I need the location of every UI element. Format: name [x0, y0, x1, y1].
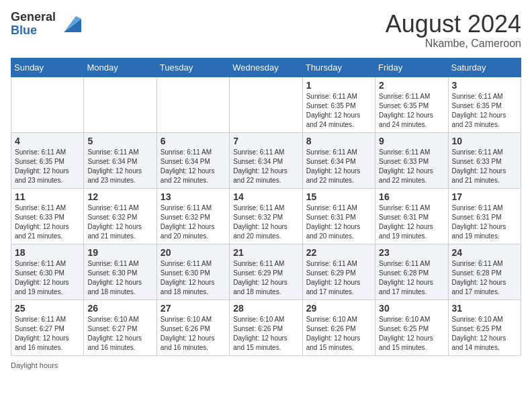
day-number: 22	[306, 247, 371, 258]
day-info: Sunrise: 6:11 AM Sunset: 6:35 PM Dayligh…	[15, 148, 80, 185]
day-number: 30	[379, 303, 444, 314]
day-info: Sunrise: 6:11 AM Sunset: 6:35 PM Dayligh…	[452, 92, 517, 130]
calendar-cell	[11, 77, 84, 132]
calendar-cell: 16Sunrise: 6:11 AM Sunset: 6:31 PM Dayli…	[375, 188, 448, 244]
calendar-cell: 14Sunrise: 6:11 AM Sunset: 6:32 PM Dayli…	[230, 188, 302, 244]
calendar-cell: 19Sunrise: 6:11 AM Sunset: 6:30 PM Dayli…	[84, 244, 157, 300]
calendar-cell: 7Sunrise: 6:11 AM Sunset: 6:34 PM Daylig…	[230, 132, 302, 188]
calendar-cell	[84, 77, 157, 132]
day-number: 18	[15, 247, 80, 258]
day-number: 6	[161, 136, 226, 146]
day-info: Sunrise: 6:10 AM Sunset: 6:27 PM Dayligh…	[87, 315, 152, 353]
calendar-header-row: SundayMondayTuesdayWednesdayThursdayFrid…	[11, 58, 521, 77]
day-info: Sunrise: 6:11 AM Sunset: 6:34 PM Dayligh…	[87, 148, 152, 185]
day-info: Sunrise: 6:11 AM Sunset: 6:32 PM Dayligh…	[87, 203, 152, 241]
day-number: 11	[15, 191, 80, 202]
day-number: 27	[161, 303, 226, 314]
day-number: 10	[452, 136, 517, 146]
day-info: Sunrise: 6:11 AM Sunset: 6:31 PM Dayligh…	[379, 203, 444, 241]
calendar-cell: 13Sunrise: 6:11 AM Sunset: 6:32 PM Dayli…	[157, 188, 229, 244]
day-number: 4	[15, 136, 80, 146]
day-info: Sunrise: 6:11 AM Sunset: 6:27 PM Dayligh…	[15, 315, 80, 353]
day-number: 26	[87, 303, 152, 314]
calendar-footer: Daylight hours	[11, 361, 521, 369]
calendar-cell: 24Sunrise: 6:11 AM Sunset: 6:28 PM Dayli…	[448, 244, 521, 300]
day-number: 1	[306, 80, 371, 91]
col-header-tuesday: Tuesday	[157, 58, 229, 77]
calendar-cell: 2Sunrise: 6:11 AM Sunset: 6:35 PM Daylig…	[375, 77, 448, 132]
day-info: Sunrise: 6:10 AM Sunset: 6:26 PM Dayligh…	[233, 315, 298, 353]
calendar-cell: 5Sunrise: 6:11 AM Sunset: 6:34 PM Daylig…	[84, 132, 157, 188]
calendar-cell	[230, 77, 302, 132]
day-number: 8	[306, 136, 371, 146]
day-info: Sunrise: 6:11 AM Sunset: 6:33 PM Dayligh…	[379, 148, 444, 185]
logo-icon	[57, 12, 81, 36]
day-number: 2	[379, 80, 444, 91]
calendar-cell: 26Sunrise: 6:10 AM Sunset: 6:27 PM Dayli…	[84, 300, 157, 355]
calendar-cell: 21Sunrise: 6:11 AM Sunset: 6:29 PM Dayli…	[230, 244, 302, 300]
calendar-cell: 30Sunrise: 6:10 AM Sunset: 6:25 PM Dayli…	[375, 300, 448, 355]
calendar-cell: 15Sunrise: 6:11 AM Sunset: 6:31 PM Dayli…	[302, 188, 375, 244]
day-info: Sunrise: 6:11 AM Sunset: 6:31 PM Dayligh…	[452, 203, 517, 241]
day-number: 31	[452, 303, 517, 314]
calendar-cell: 10Sunrise: 6:11 AM Sunset: 6:33 PM Dayli…	[448, 132, 521, 188]
calendar-cell: 27Sunrise: 6:10 AM Sunset: 6:26 PM Dayli…	[157, 300, 229, 355]
calendar-cell: 28Sunrise: 6:10 AM Sunset: 6:26 PM Dayli…	[230, 300, 302, 355]
day-info: Sunrise: 6:11 AM Sunset: 6:33 PM Dayligh…	[15, 203, 80, 241]
day-info: Sunrise: 6:11 AM Sunset: 6:28 PM Dayligh…	[452, 259, 517, 297]
day-info: Sunrise: 6:10 AM Sunset: 6:26 PM Dayligh…	[306, 315, 371, 353]
col-header-monday: Monday	[84, 58, 157, 77]
day-number: 17	[452, 191, 517, 202]
day-info: Sunrise: 6:11 AM Sunset: 6:29 PM Dayligh…	[233, 259, 298, 297]
day-info: Sunrise: 6:11 AM Sunset: 6:32 PM Dayligh…	[233, 203, 298, 241]
calendar-cell: 25Sunrise: 6:11 AM Sunset: 6:27 PM Dayli…	[11, 300, 84, 355]
day-number: 16	[379, 191, 444, 202]
calendar-cell: 20Sunrise: 6:11 AM Sunset: 6:30 PM Dayli…	[157, 244, 229, 300]
day-info: Sunrise: 6:11 AM Sunset: 6:31 PM Dayligh…	[306, 203, 371, 241]
day-number: 12	[87, 191, 152, 202]
day-info: Sunrise: 6:10 AM Sunset: 6:26 PM Dayligh…	[161, 315, 226, 353]
calendar-cell: 17Sunrise: 6:11 AM Sunset: 6:31 PM Dayli…	[448, 188, 521, 244]
calendar-cell: 12Sunrise: 6:11 AM Sunset: 6:32 PM Dayli…	[84, 188, 157, 244]
logo-blue-text: Blue	[11, 24, 56, 38]
day-info: Sunrise: 6:11 AM Sunset: 6:30 PM Dayligh…	[161, 259, 226, 297]
calendar-cell: 6Sunrise: 6:11 AM Sunset: 6:34 PM Daylig…	[157, 132, 229, 188]
calendar-table: SundayMondayTuesdayWednesdayThursdayFrid…	[11, 58, 521, 356]
day-number: 15	[306, 191, 371, 202]
calendar-cell: 29Sunrise: 6:10 AM Sunset: 6:26 PM Dayli…	[302, 300, 375, 355]
day-number: 14	[233, 191, 298, 202]
day-info: Sunrise: 6:11 AM Sunset: 6:35 PM Dayligh…	[379, 92, 444, 130]
calendar-week-row: 11Sunrise: 6:11 AM Sunset: 6:33 PM Dayli…	[11, 188, 521, 244]
day-number: 24	[452, 247, 517, 258]
calendar-week-row: 25Sunrise: 6:11 AM Sunset: 6:27 PM Dayli…	[11, 300, 521, 355]
calendar-cell: 31Sunrise: 6:10 AM Sunset: 6:25 PM Dayli…	[448, 300, 521, 355]
calendar-cell: 1Sunrise: 6:11 AM Sunset: 6:35 PM Daylig…	[302, 77, 375, 132]
calendar-week-row: 1Sunrise: 6:11 AM Sunset: 6:35 PM Daylig…	[11, 77, 521, 132]
col-header-sunday: Sunday	[11, 58, 84, 77]
daylight-hours-label: Daylight hours	[11, 361, 58, 369]
calendar-cell: 3Sunrise: 6:11 AM Sunset: 6:35 PM Daylig…	[448, 77, 521, 132]
calendar-cell: 22Sunrise: 6:11 AM Sunset: 6:29 PM Dayli…	[302, 244, 375, 300]
calendar-cell	[157, 77, 229, 132]
day-number: 7	[233, 136, 298, 146]
day-number: 19	[87, 247, 152, 258]
page-header: General Blue August 2024 Nkambe, Cameroo…	[11, 11, 521, 50]
day-info: Sunrise: 6:10 AM Sunset: 6:25 PM Dayligh…	[452, 315, 517, 353]
title-block: August 2024 Nkambe, Cameroon	[386, 11, 521, 50]
day-number: 29	[306, 303, 371, 314]
calendar-week-row: 4Sunrise: 6:11 AM Sunset: 6:35 PM Daylig…	[11, 132, 521, 188]
logo-general-text: General	[11, 11, 56, 24]
day-info: Sunrise: 6:11 AM Sunset: 6:34 PM Dayligh…	[306, 148, 371, 185]
location-subtitle: Nkambe, Cameroon	[386, 38, 521, 50]
calendar-cell: 23Sunrise: 6:11 AM Sunset: 6:28 PM Dayli…	[375, 244, 448, 300]
calendar-cell: 4Sunrise: 6:11 AM Sunset: 6:35 PM Daylig…	[11, 132, 84, 188]
day-number: 13	[161, 191, 226, 202]
col-header-thursday: Thursday	[302, 58, 375, 77]
col-header-friday: Friday	[375, 58, 448, 77]
day-number: 5	[87, 136, 152, 146]
day-info: Sunrise: 6:11 AM Sunset: 6:29 PM Dayligh…	[306, 259, 371, 297]
calendar-cell: 8Sunrise: 6:11 AM Sunset: 6:34 PM Daylig…	[302, 132, 375, 188]
day-info: Sunrise: 6:11 AM Sunset: 6:34 PM Dayligh…	[161, 148, 226, 185]
day-info: Sunrise: 6:11 AM Sunset: 6:32 PM Dayligh…	[161, 203, 226, 241]
month-year-title: August 2024	[386, 11, 521, 38]
